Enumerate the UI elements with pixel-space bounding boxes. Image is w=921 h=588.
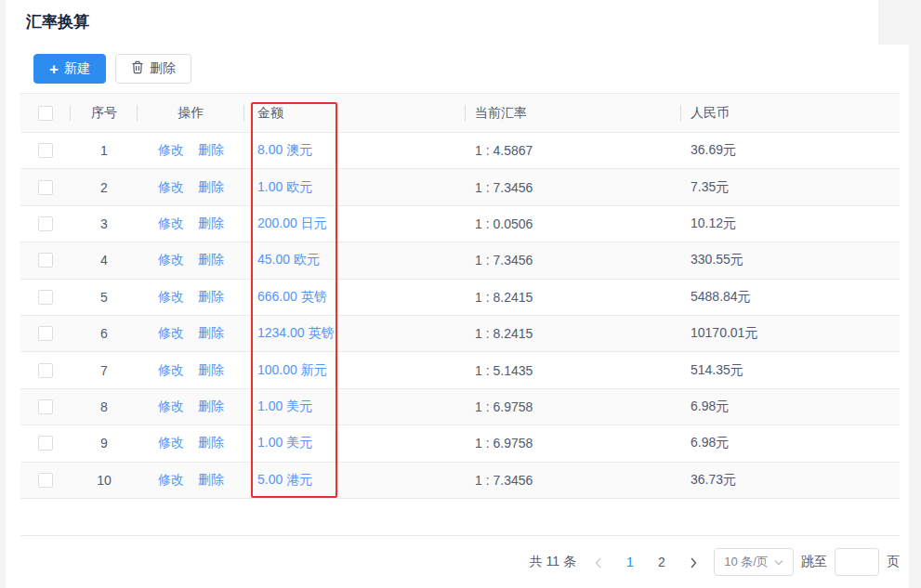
edit-link[interactable]: 修改 bbox=[158, 399, 184, 415]
row-rmb: 5488.84元 bbox=[681, 289, 900, 306]
next-page-button[interactable] bbox=[680, 549, 706, 575]
row-amount: 1234.00 英镑 bbox=[244, 325, 466, 342]
table-row: 3 修改 删除 200.00 日元 1 : 0.0506 10.12元 bbox=[20, 206, 900, 242]
edit-link[interactable]: 修改 bbox=[158, 142, 184, 159]
delete-link[interactable]: 删除 bbox=[198, 289, 224, 306]
header-amount: 金额 bbox=[244, 105, 466, 122]
row-select-cell bbox=[20, 253, 71, 268]
row-checkbox[interactable] bbox=[38, 216, 53, 231]
row-index: 8 bbox=[71, 399, 138, 414]
row-select-cell bbox=[20, 216, 71, 231]
pagination: 共 11 条 1 2 10 条/页 跳至 页 bbox=[522, 547, 900, 577]
row-rmb: 36.69元 bbox=[681, 142, 900, 159]
edit-link[interactable]: 修改 bbox=[158, 472, 184, 489]
row-actions: 修改 删除 bbox=[138, 325, 244, 342]
row-rate: 1 : 6.9758 bbox=[466, 399, 681, 414]
row-amount: 200.00 日元 bbox=[244, 216, 466, 232]
delete-link[interactable]: 删除 bbox=[198, 399, 224, 415]
row-checkbox[interactable] bbox=[38, 253, 53, 268]
edit-link[interactable]: 修改 bbox=[158, 289, 184, 306]
delete-button-label: 删除 bbox=[150, 60, 176, 77]
row-select-cell bbox=[20, 143, 71, 158]
row-checkbox[interactable] bbox=[38, 363, 53, 378]
select-all-checkbox[interactable] bbox=[38, 106, 53, 121]
row-actions: 修改 删除 bbox=[138, 289, 244, 306]
row-amount: 5.00 港元 bbox=[244, 472, 466, 489]
edit-link[interactable]: 修改 bbox=[158, 252, 184, 268]
row-actions: 修改 删除 bbox=[138, 216, 244, 232]
row-rmb: 10170.01元 bbox=[681, 325, 900, 342]
header-rate: 当前汇率 bbox=[466, 105, 681, 122]
jump-to-input[interactable] bbox=[835, 548, 879, 576]
delete-link[interactable]: 删除 bbox=[198, 252, 224, 268]
row-actions: 修改 删除 bbox=[138, 179, 244, 196]
page-button-2[interactable]: 2 bbox=[649, 549, 675, 575]
row-select-cell bbox=[20, 436, 71, 451]
row-select-cell bbox=[20, 399, 71, 414]
table-row: 8 修改 删除 1.00 美元 1 : 6.9758 6.98元 bbox=[20, 389, 900, 425]
header-actions: 操作 bbox=[138, 105, 244, 122]
delete-button[interactable]: 删除 bbox=[115, 54, 191, 84]
row-rate: 1 : 4.5867 bbox=[466, 143, 681, 158]
row-select-cell bbox=[20, 290, 71, 305]
delete-link[interactable]: 删除 bbox=[198, 179, 224, 196]
row-index: 3 bbox=[71, 216, 138, 231]
row-amount: 666.00 英镑 bbox=[244, 289, 466, 306]
row-checkbox[interactable] bbox=[38, 290, 53, 305]
row-checkbox[interactable] bbox=[38, 180, 53, 195]
row-index: 7 bbox=[71, 363, 138, 378]
total-count-text: 共 11 条 bbox=[530, 554, 576, 570]
row-checkbox[interactable] bbox=[38, 436, 53, 451]
row-rmb: 6.98元 bbox=[681, 399, 900, 415]
row-amount: 1.00 欧元 bbox=[244, 179, 466, 196]
delete-link[interactable]: 删除 bbox=[198, 325, 224, 342]
row-rmb: 6.98元 bbox=[681, 435, 900, 451]
row-index: 1 bbox=[71, 143, 138, 158]
delete-link[interactable]: 删除 bbox=[198, 472, 224, 489]
prev-page-button[interactable] bbox=[585, 549, 612, 575]
new-button-label: 新建 bbox=[64, 60, 90, 77]
exchange-table: 序号 操作 金额 当前汇率 人民币 1 修改 删除 8.00 澳元 1 : 4.… bbox=[20, 93, 900, 536]
row-amount: 100.00 新元 bbox=[244, 362, 466, 379]
row-checkbox[interactable] bbox=[38, 473, 53, 488]
table-body: 1 修改 删除 8.00 澳元 1 : 4.5867 36.69元 2 修改 删… bbox=[20, 133, 900, 499]
page-size-select[interactable]: 10 条/页 bbox=[714, 548, 794, 576]
row-checkbox[interactable] bbox=[38, 399, 53, 414]
row-actions: 修改 删除 bbox=[138, 252, 244, 268]
table-row: 5 修改 删除 666.00 英镑 1 : 8.2415 5488.84元 bbox=[20, 280, 900, 316]
table-row: 1 修改 删除 8.00 澳元 1 : 4.5867 36.69元 bbox=[20, 133, 900, 169]
new-button[interactable]: + 新建 bbox=[33, 54, 106, 84]
row-amount: 1.00 美元 bbox=[244, 399, 466, 415]
row-index: 9 bbox=[71, 436, 138, 451]
row-index: 5 bbox=[71, 290, 138, 305]
row-rmb: 330.55元 bbox=[681, 252, 900, 268]
row-rate: 1 : 5.1435 bbox=[466, 363, 681, 378]
row-rate: 1 : 6.9758 bbox=[466, 436, 681, 451]
row-index: 6 bbox=[71, 326, 138, 341]
table-row: 2 修改 删除 1.00 欧元 1 : 7.3456 7.35元 bbox=[20, 169, 900, 205]
row-rate: 1 : 8.2415 bbox=[466, 290, 681, 305]
delete-link[interactable]: 删除 bbox=[198, 142, 224, 159]
row-select-cell bbox=[20, 180, 71, 195]
row-rate: 1 : 8.2415 bbox=[466, 326, 681, 341]
edit-link[interactable]: 修改 bbox=[158, 325, 184, 342]
row-checkbox[interactable] bbox=[38, 326, 53, 341]
edit-link[interactable]: 修改 bbox=[158, 179, 184, 196]
table-row: 6 修改 删除 1234.00 英镑 1 : 8.2415 10170.01元 bbox=[20, 316, 900, 352]
delete-link[interactable]: 删除 bbox=[198, 435, 224, 451]
table-row: 7 修改 删除 100.00 新元 1 : 5.1435 514.35元 bbox=[20, 352, 900, 388]
row-checkbox[interactable] bbox=[38, 143, 53, 158]
edit-link[interactable]: 修改 bbox=[158, 362, 184, 379]
toolbar: + 新建 删除 bbox=[33, 54, 191, 84]
row-rmb: 514.35元 bbox=[681, 362, 900, 379]
edit-link[interactable]: 修改 bbox=[158, 216, 184, 232]
delete-link[interactable]: 删除 bbox=[198, 216, 224, 232]
row-index: 10 bbox=[71, 473, 138, 488]
page-title: 汇率换算 bbox=[26, 11, 89, 33]
row-amount: 8.00 澳元 bbox=[244, 142, 466, 159]
row-index: 2 bbox=[71, 180, 138, 195]
delete-link[interactable]: 删除 bbox=[198, 362, 224, 379]
page-button-1[interactable]: 1 bbox=[617, 549, 643, 575]
header-rmb: 人民币 bbox=[681, 105, 900, 122]
edit-link[interactable]: 修改 bbox=[158, 435, 184, 451]
